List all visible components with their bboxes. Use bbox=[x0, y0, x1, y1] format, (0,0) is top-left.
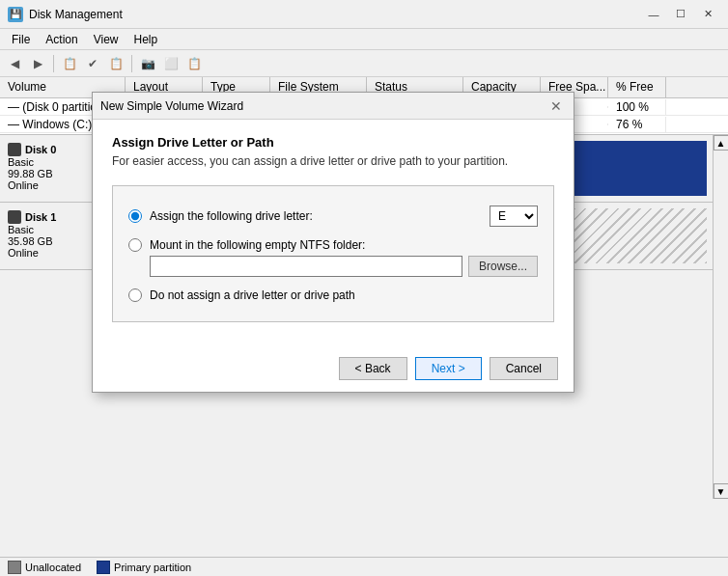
legend-unallocated-box bbox=[8, 561, 21, 574]
app-icon: 💾 bbox=[8, 7, 23, 22]
maximize-button[interactable]: ☐ bbox=[668, 5, 693, 24]
window-controls: — ☐ ✕ bbox=[641, 5, 720, 24]
toolbar-btn-6[interactable]: 📋 bbox=[183, 53, 205, 74]
option-mount-folder-radio[interactable] bbox=[128, 238, 142, 252]
toolbar-btn-1[interactable]: 📋 bbox=[59, 53, 80, 74]
next-button[interactable]: Next > bbox=[415, 357, 482, 380]
disk-1-name: Disk 1 bbox=[25, 211, 56, 223]
dialog-close-button[interactable]: ✕ bbox=[546, 97, 566, 115]
scroll-down-button[interactable]: ▼ bbox=[714, 483, 729, 499]
option-mount-folder-label[interactable]: Mount in the following empty NTFS folder… bbox=[150, 238, 365, 252]
disk-0-name: Disk 0 bbox=[25, 144, 56, 155]
toolbar-forward[interactable]: ▶ bbox=[27, 53, 48, 74]
menu-view[interactable]: View bbox=[86, 31, 126, 48]
option-no-letter-label[interactable]: Do not assign a drive letter or drive pa… bbox=[150, 288, 355, 302]
menu-bar: File Action View Help bbox=[0, 29, 728, 50]
app-window: 💾 Disk Management — ☐ ✕ File Action View… bbox=[0, 0, 728, 576]
legend-primary-box bbox=[97, 561, 110, 574]
dialog-title-bar: New Simple Volume Wizard ✕ bbox=[93, 93, 574, 120]
window-title: Disk Management bbox=[29, 8, 641, 21]
toolbar-btn-2[interactable]: ✔ bbox=[82, 53, 103, 74]
toolbar-sep-1 bbox=[53, 55, 54, 72]
disk-1-status: Online bbox=[8, 247, 98, 259]
folder-path-input[interactable] bbox=[150, 256, 462, 277]
browse-button[interactable]: Browse... bbox=[468, 256, 538, 277]
dialog-body: Assign Drive Letter or Path For easier a… bbox=[93, 120, 574, 349]
toolbar-btn-4[interactable]: 📷 bbox=[137, 53, 158, 74]
close-button[interactable]: ✕ bbox=[695, 5, 720, 24]
cell-pct-0: 100 % bbox=[608, 99, 666, 115]
menu-file[interactable]: File bbox=[4, 31, 38, 48]
disk-0-status: Online bbox=[8, 179, 98, 191]
toolbar-btn-5[interactable]: ⬜ bbox=[160, 53, 182, 74]
legend-unallocated: Unallocated bbox=[8, 561, 81, 574]
dialog-subtext: For easier access, you can assign a driv… bbox=[112, 153, 554, 170]
status-bar: Unallocated Primary partition bbox=[0, 557, 728, 576]
toolbar-sep-2 bbox=[131, 55, 132, 72]
option-no-letter-radio[interactable] bbox=[128, 288, 142, 302]
scrollbar[interactable]: ▲ ▼ bbox=[713, 135, 728, 499]
option-assign-letter-radio[interactable] bbox=[128, 209, 142, 223]
dialog: New Simple Volume Wizard ✕ Assign Drive … bbox=[92, 92, 574, 393]
legend-primary: Primary partition bbox=[97, 561, 191, 574]
disk-0-size: 99.88 GB bbox=[8, 168, 98, 179]
col-pctfree[interactable]: % Free bbox=[608, 77, 666, 97]
toolbar: ◀ ▶ 📋 ✔ 📋 📷 ⬜ 📋 bbox=[0, 50, 728, 77]
option-no-letter-row: Do not assign a drive letter or drive pa… bbox=[128, 288, 538, 302]
disk-0-label: Disk 0 Basic 99.88 GB Online bbox=[0, 135, 106, 202]
menu-action[interactable]: Action bbox=[38, 31, 85, 48]
option-assign-letter-label[interactable]: Assign the following drive letter: bbox=[150, 209, 313, 223]
disk-1-label: Disk 1 Basic 35.98 GB Online bbox=[0, 203, 106, 269]
minimize-button[interactable]: — bbox=[641, 5, 666, 24]
menu-help[interactable]: Help bbox=[126, 31, 166, 48]
disk-1-size: 35.98 GB bbox=[8, 235, 98, 247]
disk-0-type: Basic bbox=[8, 156, 98, 168]
dialog-title: New Simple Volume Wizard bbox=[100, 99, 546, 113]
legend-primary-label: Primary partition bbox=[114, 562, 191, 573]
scroll-up-button[interactable]: ▲ bbox=[714, 135, 729, 151]
disk-0-icon bbox=[8, 143, 21, 156]
dialog-content-panel: Assign the following drive letter: E C D… bbox=[112, 185, 554, 322]
legend-unallocated-label: Unallocated bbox=[25, 562, 81, 573]
back-button[interactable]: < Back bbox=[339, 357, 407, 380]
option-assign-letter-row: Assign the following drive letter: E C D… bbox=[128, 206, 538, 227]
disk-1-icon bbox=[8, 210, 21, 224]
drive-letter-select[interactable]: E C D F G bbox=[490, 206, 538, 227]
folder-row: Browse... bbox=[150, 256, 538, 277]
title-bar: 💾 Disk Management — ☐ ✕ bbox=[0, 0, 728, 29]
dialog-footer: < Back Next > Cancel bbox=[93, 349, 574, 392]
toolbar-btn-3[interactable]: 📋 bbox=[105, 53, 126, 74]
option-mount-folder-row: Mount in the following empty NTFS folder… bbox=[128, 238, 538, 252]
cancel-button[interactable]: Cancel bbox=[490, 357, 558, 380]
disk-1-type: Basic bbox=[8, 224, 98, 235]
dialog-heading: Assign Drive Letter or Path bbox=[112, 135, 554, 150]
toolbar-back[interactable]: ◀ bbox=[4, 53, 25, 74]
cell-pct-1: 76 % bbox=[608, 117, 666, 132]
